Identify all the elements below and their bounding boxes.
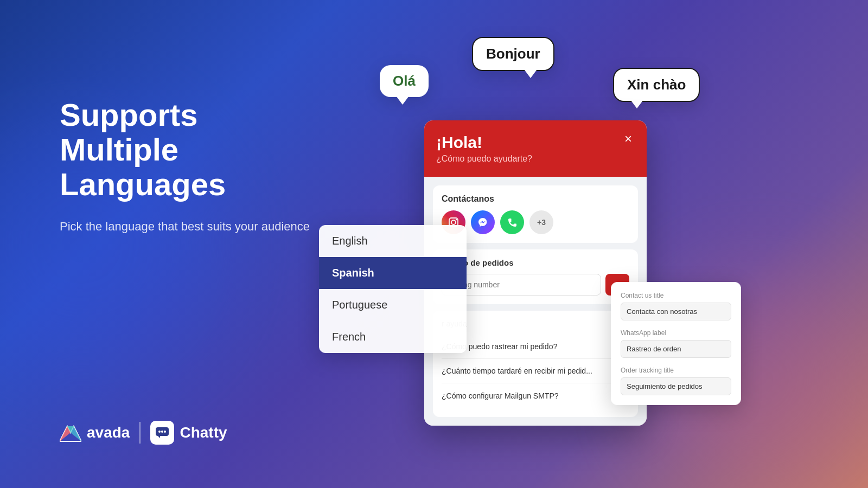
trans-order-group: Order tracking title Seguimiento de pedi… <box>621 367 731 395</box>
faq-item-2[interactable]: ¿Cuánto tiempo tardaré en recibir mi ped… <box>442 359 629 383</box>
faq-item-1[interactable]: ¿Cómo puedo rastrear mi pedido? <box>442 335 629 359</box>
sub-text: Pick the language that best suits your a… <box>60 217 320 235</box>
phone-icon[interactable] <box>500 210 524 234</box>
trans-contact-label: Contact us title <box>621 292 731 299</box>
svg-point-7 <box>164 431 166 433</box>
contact-icons: +3 <box>442 210 629 234</box>
order-input-row <box>442 274 629 296</box>
bubble-bonjour: Bonjour <box>472 37 554 71</box>
trans-whatsapp-group: WhatsApp label Rastreo de orden <box>621 329 731 358</box>
left-section: Supports Multiple Languages Pick the lan… <box>60 98 320 235</box>
trans-whatsapp-value: Rastreo de orden <box>621 340 731 358</box>
faq-item-3[interactable]: ¿Cómo configurar Mailgun SMTP? › <box>442 383 629 408</box>
trans-order-value: Seguimiento de pedidos <box>621 377 731 395</box>
avada-brand: avada <box>60 422 130 444</box>
main-heading: Supports Multiple Languages <box>60 98 320 201</box>
chatty-brand: Chatty <box>150 421 227 445</box>
chatty-label: Chatty <box>180 424 227 441</box>
faq-label: r ayuda <box>442 319 629 328</box>
trans-contact-group: Contact us title Contacta con nosotras <box>621 292 731 320</box>
branding-bar: avada Chatty <box>60 421 227 445</box>
language-dropdown: English Spanish Portuguese French <box>319 225 467 353</box>
svg-point-5 <box>158 431 161 433</box>
lang-portuguese[interactable]: Portuguese <box>319 289 467 321</box>
translation-panel: Contact us title Contacta con nosotras W… <box>611 282 741 405</box>
more-icon[interactable]: +3 <box>529 210 553 234</box>
order-title: miento de pedidos <box>442 258 629 267</box>
svg-point-11 <box>456 219 457 220</box>
chatty-icon <box>150 421 174 445</box>
chat-subtitle: ¿Cómo puedo ayudarte? <box>436 154 635 164</box>
svg-point-10 <box>451 220 456 224</box>
svg-marker-8 <box>158 436 160 438</box>
chat-greeting: ¡Hola! <box>436 133 635 152</box>
svg-point-6 <box>161 431 163 433</box>
contact-title: Contáctanos <box>442 194 629 204</box>
messenger-icon[interactable] <box>471 210 495 234</box>
avada-label: avada <box>87 424 130 441</box>
lang-english[interactable]: English <box>319 225 467 257</box>
brand-divider <box>139 422 141 444</box>
bubble-xinchao: Xin chào <box>613 68 700 102</box>
close-icon[interactable]: × <box>621 131 636 146</box>
avada-icon <box>60 422 81 444</box>
trans-order-label: Order tracking title <box>621 367 731 374</box>
chat-header: ¡Hola! ¿Cómo puedo ayudarte? × <box>424 120 647 177</box>
bubble-ola: Olá <box>380 65 429 97</box>
lang-spanish[interactable]: Spanish <box>319 257 467 289</box>
trans-contact-value: Contacta con nosotras <box>621 303 731 320</box>
trans-whatsapp-label: WhatsApp label <box>621 329 731 337</box>
lang-french[interactable]: French <box>319 321 467 353</box>
